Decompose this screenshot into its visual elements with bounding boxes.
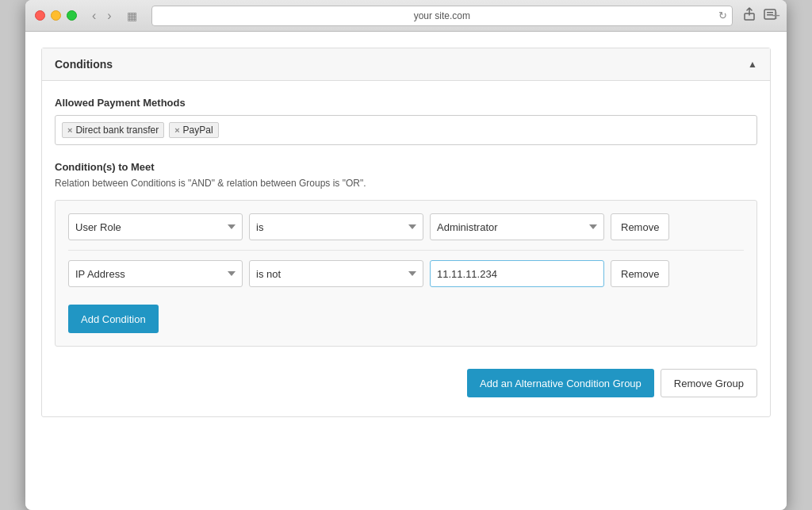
address-text: your site.com [414, 10, 470, 21]
tag-paypal-label: PayPal [183, 125, 213, 136]
back-button[interactable]: ‹ [88, 8, 100, 24]
title-bar: ‹ › ▦ your site.com ↻ + [25, 0, 787, 32]
add-condition-button[interactable]: Add Condition [68, 305, 159, 333]
condition-type-select-2[interactable]: User Role IP Address User [68, 260, 243, 287]
tag-bank-transfer: × Direct bank transfer [62, 122, 164, 138]
panel-header: Conditions ▲ [42, 48, 770, 81]
condition-group: User Role IP Address User is is not Admi… [55, 200, 757, 347]
tag-paypal: × PayPal [169, 122, 218, 138]
add-group-button[interactable]: Add an Alternative Condition Group [467, 369, 654, 397]
minimize-button[interactable] [51, 10, 61, 21]
condition-row-1: User Role IP Address User is is not Admi… [68, 213, 744, 240]
remove-bank-transfer-button[interactable]: × [67, 126, 72, 135]
remove-condition-1-button[interactable]: Remove [611, 213, 669, 240]
payment-methods-input[interactable]: × Direct bank transfer × PayPal [55, 115, 757, 145]
condition-type-select-1[interactable]: User Role IP Address User [68, 213, 243, 240]
panel-title: Conditions [55, 58, 113, 71]
close-button[interactable] [35, 10, 45, 21]
reload-button[interactable]: ↻ [718, 10, 727, 21]
traffic-lights [35, 10, 77, 21]
operator-select-2[interactable]: is is not [249, 260, 423, 287]
add-condition-area: Add Condition [68, 298, 744, 333]
panel-body: Allowed Payment Methods × Direct bank tr… [42, 81, 770, 416]
panel-collapse-button[interactable]: ▲ [748, 59, 757, 70]
bottom-actions: Add an Alternative Condition Group Remov… [55, 359, 757, 401]
condition-row-2: User Role IP Address User is is not Remo… [68, 260, 744, 287]
payment-methods-label: Allowed Payment Methods [55, 97, 757, 109]
maximize-button[interactable] [67, 10, 77, 21]
share-button[interactable] [742, 7, 756, 25]
nav-buttons: ‹ › ▦ [88, 8, 142, 24]
address-bar[interactable]: your site.com ↻ [151, 6, 733, 26]
new-tab-button[interactable]: + [772, 7, 780, 24]
operator-select-1[interactable]: is is not [249, 213, 423, 240]
tag-bank-transfer-label: Direct bank transfer [75, 125, 159, 136]
condition-separator [68, 250, 744, 251]
browser-window: ‹ › ▦ your site.com ↻ + [25, 0, 787, 510]
remove-paypal-button[interactable]: × [174, 126, 179, 135]
remove-group-button[interactable]: Remove Group [661, 369, 757, 397]
value-select-1[interactable]: Administrator Editor Author Subscriber [430, 213, 604, 240]
conditions-description: Relation between Conditions is "AND" & r… [55, 178, 757, 189]
reader-view-button[interactable]: ▦ [122, 8, 142, 24]
forward-button[interactable]: › [103, 8, 115, 24]
page-content: Conditions ▲ Allowed Payment Methods × D… [25, 32, 787, 510]
remove-condition-2-button[interactable]: Remove [611, 260, 669, 287]
ip-address-input[interactable] [430, 260, 604, 287]
conditions-panel: Conditions ▲ Allowed Payment Methods × D… [41, 48, 771, 417]
conditions-section-title: Condition(s) to Meet [55, 161, 757, 173]
